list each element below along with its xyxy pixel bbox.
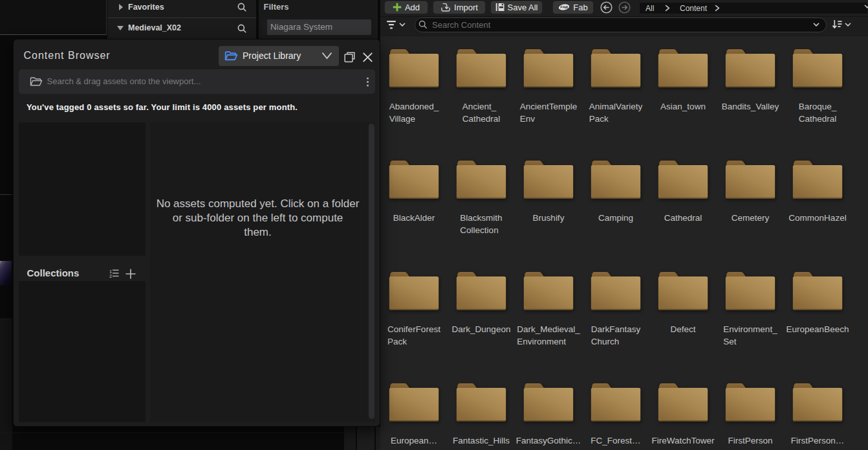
svg-text:2: 2	[109, 273, 112, 278]
svg-text:FAB: FAB	[560, 5, 569, 9]
